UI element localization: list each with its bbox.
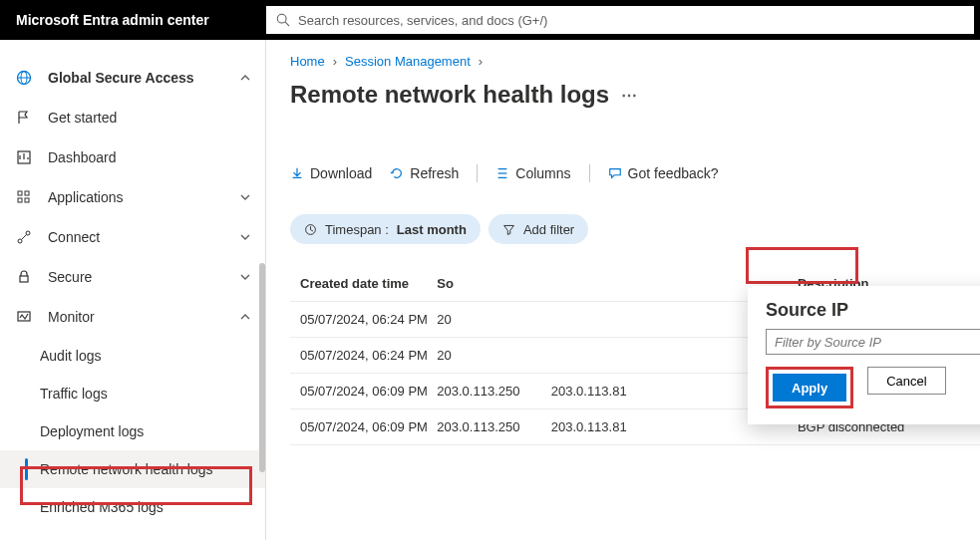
svg-point-0 — [277, 14, 286, 23]
add-filter-button[interactable]: Add filter — [489, 214, 588, 244]
download-button[interactable]: Download — [290, 165, 372, 181]
sidebar-section-gsa[interactable]: Global Secure Access — [0, 58, 265, 98]
page-title: Remote network health logs — [290, 81, 609, 109]
sidebar-sub-auditlogs[interactable]: Audit logs — [0, 337, 265, 375]
apps-icon — [14, 189, 34, 205]
sidebar-item-secure[interactable]: Secure — [0, 257, 265, 297]
sidebar-scrollbar[interactable] — [257, 40, 265, 540]
chevron-down-icon — [239, 271, 251, 283]
svg-point-14 — [26, 231, 30, 235]
sidebar-section-label: Global Secure Access — [48, 70, 239, 86]
dashboard-icon — [14, 149, 34, 165]
search-placeholder: Search resources, services, and docs (G+… — [298, 13, 547, 28]
clock-icon — [304, 223, 317, 236]
chevron-down-icon — [239, 231, 251, 243]
globe-icon — [14, 70, 34, 86]
global-search[interactable]: Search resources, services, and docs (G+… — [266, 6, 974, 34]
refresh-button[interactable]: Refresh — [390, 165, 459, 181]
col-dest[interactable] — [551, 276, 652, 291]
brand-title: Microsoft Entra admin center — [0, 12, 266, 28]
more-icon[interactable]: ⋯ — [621, 86, 637, 105]
filter-icon — [502, 223, 515, 236]
cancel-button[interactable]: Cancel — [867, 367, 945, 395]
main-content: Home › Session Management › Remote netwo… — [266, 40, 980, 540]
popup-title: Source IP — [766, 300, 980, 321]
connect-icon — [14, 229, 34, 245]
breadcrumb-session[interactable]: Session Management — [345, 54, 471, 69]
chevron-up-icon — [239, 72, 251, 84]
breadcrumb: Home › Session Management › — [290, 54, 980, 69]
monitor-icon — [14, 309, 34, 325]
svg-rect-10 — [25, 191, 29, 195]
svg-rect-9 — [18, 191, 22, 195]
col-created[interactable]: Created date time — [290, 276, 437, 291]
feedback-icon — [608, 166, 622, 180]
columns-button[interactable]: Columns — [495, 165, 570, 181]
lock-icon — [14, 269, 34, 285]
sidebar-sub-enrichedm365[interactable]: Enriched M365 logs — [0, 488, 265, 526]
sidebar-item-monitor[interactable]: Monitor — [0, 297, 265, 337]
svg-line-15 — [22, 235, 27, 240]
chevron-right-icon: › — [333, 54, 337, 69]
chevron-up-icon — [239, 311, 251, 323]
topbar: Microsoft Entra admin center Search reso… — [0, 0, 980, 40]
breadcrumb-home[interactable]: Home — [290, 54, 325, 69]
svg-rect-11 — [18, 198, 22, 202]
columns-icon — [495, 166, 509, 180]
svg-rect-12 — [25, 198, 29, 202]
svg-line-1 — [285, 22, 289, 26]
highlight-box-apply: Apply — [766, 367, 853, 408]
chevron-down-icon — [239, 191, 251, 203]
toolbar-divider — [477, 164, 478, 182]
refresh-icon — [390, 166, 404, 180]
sidebar-item-getstarted[interactable]: Get started — [0, 98, 265, 137]
sidebar-sub-remotenetwork[interactable]: Remote network health logs — [0, 450, 265, 488]
feedback-button[interactable]: Got feedback? — [608, 165, 719, 181]
search-icon — [276, 13, 290, 27]
chevron-right-icon: › — [479, 54, 483, 69]
col-source[interactable]: So — [437, 276, 550, 291]
svg-point-13 — [18, 239, 22, 243]
sidebar-item-connect[interactable]: Connect — [0, 217, 265, 257]
download-icon — [290, 166, 304, 180]
sidebar-sub-deploymentlogs[interactable]: Deployment logs — [0, 412, 265, 450]
sidebar-item-applications[interactable]: Applications — [0, 177, 265, 217]
sidebar: Global Secure Access Get started Dashboa… — [0, 40, 266, 540]
flag-icon — [14, 110, 34, 126]
source-ip-input[interactable] — [766, 329, 980, 355]
timespan-filter-pill[interactable]: Timespan : Last month — [290, 214, 481, 244]
sidebar-item-dashboard[interactable]: Dashboard — [0, 137, 265, 177]
svg-rect-16 — [20, 276, 28, 282]
source-ip-filter-popup: Source IP Apply Cancel — [748, 286, 980, 424]
svg-rect-17 — [18, 312, 30, 321]
toolbar-divider — [589, 164, 590, 182]
sidebar-sub-trafficlogs[interactable]: Traffic logs — [0, 375, 265, 412]
apply-button[interactable]: Apply — [773, 374, 846, 402]
